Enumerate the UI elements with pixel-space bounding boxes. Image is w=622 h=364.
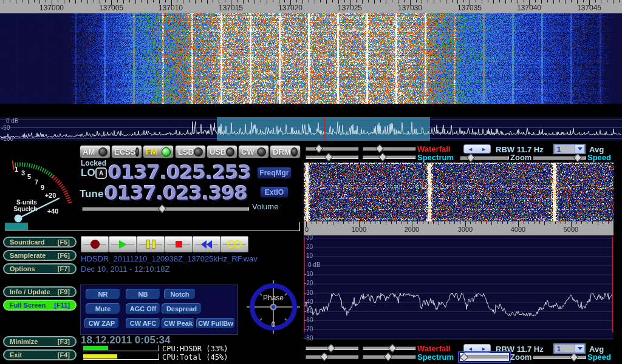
cw-peak-button[interactable]: CW Peak bbox=[162, 318, 195, 329]
pause-button[interactable] bbox=[137, 236, 165, 252]
top-spectrum-brightness-slider[interactable] bbox=[363, 153, 415, 161]
db-label: 10 bbox=[306, 252, 313, 259]
bottom-waterfall-contrast-slider[interactable] bbox=[306, 344, 358, 352]
spinner-left-icon[interactable]: ◄ bbox=[468, 346, 473, 352]
top-waterfall-contrast-slider[interactable] bbox=[306, 144, 358, 152]
extio-button[interactable]: ExtIO bbox=[260, 186, 289, 198]
dropdown-arrow-icon[interactable] bbox=[575, 345, 584, 352]
s-meter-tick-label: 5 bbox=[27, 173, 31, 180]
nr-button[interactable]: NR bbox=[86, 289, 120, 300]
audio-spectrum-display[interactable] bbox=[304, 235, 613, 340]
tune-frequency-display[interactable]: 0137.023.398 bbox=[104, 183, 247, 203]
locked-label: Locked bbox=[81, 159, 106, 167]
bottom-speed-slider[interactable] bbox=[533, 353, 586, 361]
mode-button-am[interactable]: AM bbox=[80, 145, 111, 158]
nb-button[interactable]: NB bbox=[126, 289, 160, 300]
mode-button-fm[interactable]: FM bbox=[143, 145, 174, 158]
db-label: 20 bbox=[306, 243, 313, 250]
db-label: -100 bbox=[1, 135, 13, 142]
lo-lock-badge-icon[interactable]: A bbox=[95, 167, 107, 179]
bottom-rbw-spinner[interactable]: ◄ ► bbox=[463, 344, 491, 353]
mode-button-drm[interactable]: DRM bbox=[270, 145, 301, 158]
phase-label: Phase bbox=[263, 294, 284, 302]
cw-afc-button[interactable]: CW AFC bbox=[126, 318, 160, 329]
loop-button[interactable] bbox=[220, 236, 248, 252]
db-label: -60 bbox=[304, 317, 313, 323]
bottom-spectrum-contrast-slider[interactable] bbox=[306, 352, 358, 360]
datetime-display: 18.12.2011 0:05:34 bbox=[81, 334, 170, 346]
stop-icon bbox=[176, 241, 182, 248]
tune-label: Tune bbox=[80, 188, 103, 200]
freq-tick-label: 137040 bbox=[511, 4, 547, 12]
db-label: -10 bbox=[304, 271, 313, 277]
audio-waterfall-display[interactable] bbox=[304, 163, 613, 221]
top-speed-slider[interactable] bbox=[533, 153, 586, 161]
soundcard-button[interactable]: Soundcard[F5] bbox=[3, 237, 77, 248]
spinner-right-icon[interactable]: ► bbox=[481, 346, 487, 352]
lo-frequency-display[interactable]: 0137.025.253 bbox=[108, 163, 251, 182]
play-button[interactable] bbox=[109, 236, 137, 252]
exit-button[interactable]: Exit[F4] bbox=[3, 349, 77, 360]
notch-button[interactable]: Notch bbox=[164, 289, 196, 300]
s-meter: 1 3 5 7 9 +20 +40 S-units Squelch bbox=[0, 143, 79, 223]
freq-tick-label: 2000 bbox=[397, 226, 427, 233]
tune-slider[interactable] bbox=[82, 204, 249, 212]
top-avg-select[interactable]: 1 bbox=[553, 144, 586, 154]
top-rbw-spinner[interactable]: ◄ ► bbox=[463, 144, 491, 153]
pause-icon bbox=[146, 240, 156, 249]
db-label: -50 bbox=[1, 124, 10, 131]
s-meter-tick-label: 3 bbox=[21, 169, 25, 177]
button-key: [F7] bbox=[58, 265, 70, 272]
button-label: Info / Update bbox=[10, 288, 50, 295]
db-label: 0 dB bbox=[308, 261, 321, 268]
bottom-zoom-label: Zoom bbox=[510, 352, 531, 362]
squelch-bar[interactable] bbox=[5, 222, 300, 231]
agc-off-button[interactable]: AGC Off bbox=[126, 303, 160, 314]
mute-button[interactable]: Mute bbox=[86, 303, 120, 314]
mode-button-ecss[interactable]: ECSS bbox=[111, 145, 142, 158]
top-waterfall-brightness-slider[interactable] bbox=[363, 144, 415, 152]
bottom-waterfall-brightness-slider[interactable] bbox=[363, 344, 415, 352]
dropdown-arrow-icon[interactable] bbox=[575, 145, 584, 153]
slider-thumb[interactable] bbox=[157, 204, 166, 213]
spinner-left-icon[interactable]: ◄ bbox=[468, 146, 473, 152]
recording-date: Dec 10, 2011 - 12:10:18Z bbox=[81, 265, 169, 274]
audio-frequency-scale[interactable]: 0 1000 2000 3000 4000 5000 bbox=[304, 221, 613, 235]
bottom-avg-select[interactable]: 1 bbox=[553, 343, 586, 354]
mode-led-icon bbox=[226, 147, 234, 157]
s-units-label: S-units bbox=[16, 199, 37, 206]
rewind-button[interactable] bbox=[193, 236, 220, 252]
top-zoom-slider[interactable] bbox=[460, 153, 509, 161]
s-meter-tick-label: 9 bbox=[41, 184, 44, 191]
top-spectrum-contrast-slider[interactable] bbox=[306, 153, 358, 161]
bottom-speed-label: Speed bbox=[587, 352, 611, 362]
hdsdr-window: 137000 137005 137010 137015 137020 13702… bbox=[0, 0, 622, 364]
stop-button[interactable] bbox=[165, 236, 193, 252]
samplerate-button[interactable]: Samplerate[F6] bbox=[3, 250, 77, 261]
s-meter-tick-label: +20 bbox=[45, 192, 56, 199]
despread-button[interactable]: Despread bbox=[162, 303, 202, 314]
minimize-button[interactable]: Minimize[F3] bbox=[3, 336, 77, 347]
cw-fullbw-button[interactable]: CW FullBw bbox=[196, 318, 235, 329]
bottom-spectrum-brightness-slider[interactable] bbox=[363, 352, 415, 360]
mode-button-lsb[interactable]: LSB bbox=[175, 145, 206, 158]
record-button[interactable] bbox=[81, 236, 109, 252]
main-waterfall-display[interactable] bbox=[0, 0, 622, 104]
cpu-hdsdr-text: CPU:HDSDR (33%) bbox=[162, 345, 228, 353]
mode-button-usb[interactable]: USB bbox=[207, 145, 238, 158]
phase-dial[interactable]: Phase 0 bbox=[245, 278, 301, 335]
full-screen-button[interactable]: Full Screen[F11] bbox=[3, 300, 77, 311]
main-frequency-scale[interactable]: 137000 137005 137010 137015 137020 13702… bbox=[0, 0, 622, 13]
freqmgr-button[interactable]: FreqMgr bbox=[257, 167, 292, 179]
button-label: Exit bbox=[10, 351, 22, 359]
spinner-right-icon[interactable]: ► bbox=[481, 146, 487, 152]
s-meter-tick-label: 1 bbox=[15, 166, 18, 173]
cw-zap-button[interactable]: CW ZAP bbox=[84, 318, 119, 329]
bottom-zoom-slider[interactable] bbox=[460, 353, 509, 361]
mode-led-icon bbox=[291, 147, 298, 157]
options-button[interactable]: Options[F7] bbox=[3, 263, 77, 274]
mode-button-cw[interactable]: CW bbox=[238, 145, 269, 158]
main-spectrum-display[interactable] bbox=[0, 117, 622, 141]
phase-knob-center bbox=[272, 305, 275, 309]
info-update-button[interactable]: Info / Update[F9] bbox=[3, 286, 77, 297]
